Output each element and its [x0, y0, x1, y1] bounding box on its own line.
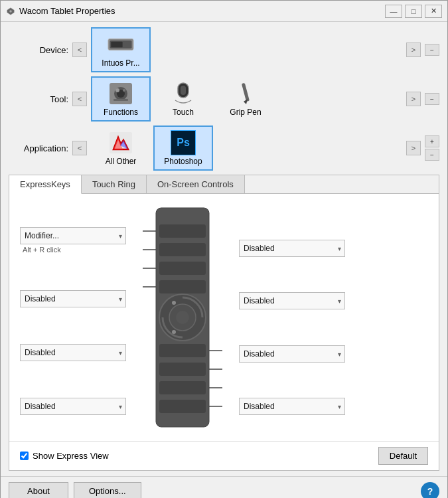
right-key-group-4: Disabled Modifier... Keystroke ▾	[239, 398, 345, 415]
left-key-4-wrapper: Disabled Modifier... Keystroke ▾	[20, 398, 126, 415]
tab-expresskeys[interactable]: ExpressKeys	[9, 175, 82, 194]
show-express-view-checkbox[interactable]: Show Express View	[20, 451, 109, 461]
svg-rect-23	[159, 280, 206, 293]
tool-item-grip-pen[interactable]: Grip Pen	[216, 76, 275, 122]
minimize-button[interactable]: —	[385, 5, 402, 18]
left-key-group-2: Disabled Modifier... Keystroke ▾	[20, 290, 126, 307]
app-item-photoshop[interactable]: Ps Photoshop	[153, 125, 213, 171]
svg-rect-20	[159, 224, 206, 238]
about-button[interactable]: About	[9, 482, 68, 498]
options-button[interactable]: Options...	[74, 482, 141, 498]
tool-item-functions[interactable]: Functions	[91, 76, 151, 122]
svg-rect-22	[159, 262, 206, 275]
tool-label: Tool:	[9, 94, 68, 104]
svg-rect-13	[242, 82, 250, 101]
svg-point-30	[176, 311, 189, 324]
right-key-3-wrapper: Disabled Modifier... Keystroke ▾	[239, 345, 345, 363]
tool-arrow-right[interactable]: >	[406, 92, 421, 106]
app-minus-btn[interactable]: −	[425, 149, 439, 161]
right-key-4-wrapper: Disabled Modifier... Keystroke ▾	[239, 398, 345, 415]
device-row: Device: < Intuos Pr... > −	[9, 27, 439, 72]
left-key-4-select[interactable]: Disabled Modifier... Keystroke	[20, 398, 126, 415]
all-other-icon	[108, 131, 134, 155]
right-key-4-select[interactable]: Disabled Modifier... Keystroke	[239, 398, 345, 415]
app-arrow-right[interactable]: >	[406, 141, 421, 155]
right-key-group-1: Disabled Modifier... Keystroke ▾	[239, 240, 345, 257]
app-arrow-left[interactable]: <	[72, 141, 87, 155]
device-icon	[108, 33, 134, 56]
left-key-2-wrapper: Disabled Modifier... Keystroke ▾	[20, 290, 126, 307]
wacom-logo-icon	[6, 7, 15, 16]
left-key-1-select[interactable]: Modifier... Disabled Keystroke	[20, 227, 126, 244]
right-key-2-wrapper: Disabled Modifier... Keystroke ▾	[239, 292, 345, 309]
left-keys: Modifier... Disabled Keystroke ▾ Alt + R…	[20, 205, 126, 430]
svg-rect-26	[159, 381, 206, 394]
svg-point-9	[123, 89, 125, 92]
panel-bottom: Show Express View Default	[9, 441, 439, 470]
left-key-group-1: Modifier... Disabled Keystroke ▾ Alt + R…	[20, 227, 126, 254]
right-key-group-3: Disabled Modifier... Keystroke ▾	[239, 345, 345, 363]
tabs-bar: ExpressKeys Touch Ring On-Screen Control…	[9, 175, 439, 194]
footer: About Options... ?	[1, 476, 447, 498]
tool-arrow-left[interactable]: <	[72, 92, 87, 106]
show-express-view-input[interactable]	[20, 452, 29, 460]
tool-minus-btn[interactable]: −	[425, 93, 439, 105]
svg-point-32	[172, 330, 176, 334]
application-row: Application: < All Other	[9, 125, 439, 171]
tablet-svg	[139, 205, 226, 430]
left-key-1-wrapper: Modifier... Disabled Keystroke ▾	[20, 227, 126, 244]
svg-rect-25	[159, 363, 206, 376]
panel-content: Modifier... Disabled Keystroke ▾ Alt + R…	[9, 194, 439, 441]
app-side-controls: + −	[425, 135, 439, 161]
device-minus-btn[interactable]: −	[425, 44, 439, 56]
device-item-intuos[interactable]: Intuos Pr...	[91, 27, 151, 72]
window-title: Wacom Tablet Properties	[19, 6, 115, 16]
svg-rect-24	[159, 344, 206, 357]
right-keys: Disabled Modifier... Keystroke ▾	[239, 205, 345, 430]
right-key-1-wrapper: Disabled Modifier... Keystroke ▾	[239, 240, 345, 257]
tool-item-grip-pen-name: Grip Pen	[230, 108, 261, 117]
tool-item-touch-name: Touch	[173, 108, 194, 117]
app-item-photoshop-name: Photoshop	[164, 157, 202, 166]
left-key-3-select[interactable]: Disabled Modifier... Keystroke	[20, 344, 126, 361]
left-key-2-select[interactable]: Disabled Modifier... Keystroke	[20, 290, 126, 307]
app-item-all-other[interactable]: All Other	[91, 125, 151, 171]
touch-icon	[170, 82, 196, 106]
photoshop-icon: Ps	[170, 131, 196, 155]
right-key-group-2: Disabled Modifier... Keystroke ▾	[239, 292, 345, 309]
tool-row: Tool: < Functions	[9, 76, 439, 122]
device-arrow-right[interactable]: >	[406, 42, 421, 57]
device-item-name: Intuos Pr...	[102, 58, 139, 68]
left-key-group-3: Disabled Modifier... Keystroke ▾	[20, 344, 126, 361]
tab-onscreen[interactable]: On-Screen Controls	[147, 175, 245, 193]
tablet-visual	[139, 205, 226, 430]
tab-touchring[interactable]: Touch Ring	[82, 175, 147, 193]
svg-rect-10	[113, 99, 128, 101]
application-label: Application:	[9, 143, 68, 153]
close-button[interactable]: ✕	[425, 5, 442, 18]
keys-layout: Modifier... Disabled Keystroke ▾ Alt + R…	[20, 205, 428, 430]
tool-item-touch[interactable]: Touch	[153, 76, 213, 122]
app-items: All Other Ps Photoshop	[91, 125, 402, 171]
app-plus-btn[interactable]: +	[425, 135, 439, 147]
left-key-1-sublabel: Alt + R click	[20, 246, 126, 254]
maximize-button[interactable]: □	[405, 5, 422, 18]
svg-rect-12	[181, 86, 186, 95]
svg-rect-27	[159, 400, 206, 413]
title-bar-left: Wacom Tablet Properties	[6, 6, 115, 16]
default-button[interactable]: Default	[378, 447, 428, 465]
right-key-2-select[interactable]: Disabled Modifier... Keystroke	[239, 292, 345, 309]
svg-point-31	[172, 301, 176, 305]
help-button[interactable]: ?	[421, 482, 439, 499]
right-key-3-select[interactable]: Disabled Modifier... Keystroke	[239, 345, 345, 363]
tool-items: Functions Touch	[91, 76, 402, 122]
app-item-all-other-name: All Other	[106, 157, 137, 166]
device-items: Intuos Pr...	[91, 27, 402, 72]
device-label: Device:	[9, 45, 68, 55]
device-arrow-left[interactable]: <	[72, 42, 87, 57]
grip-pen-icon	[232, 82, 259, 106]
panel-area: ExpressKeys Touch Ring On-Screen Control…	[9, 175, 439, 471]
left-key-3-wrapper: Disabled Modifier... Keystroke ▾	[20, 344, 126, 361]
right-key-1-select[interactable]: Disabled Modifier... Keystroke	[239, 240, 345, 257]
svg-rect-4	[111, 41, 122, 47]
